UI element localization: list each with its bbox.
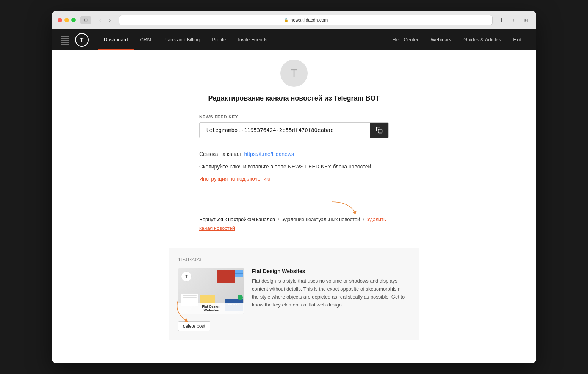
close-button[interactable] <box>58 18 62 22</box>
minimize-button[interactable] <box>64 18 69 22</box>
key-section: NEWS FEED KEY <box>199 115 389 138</box>
post-headline: Flat Design Websites <box>252 268 410 274</box>
thumb-red-box <box>217 270 235 283</box>
maximize-button[interactable] <box>71 18 76 22</box>
separator-1: / <box>278 217 279 222</box>
delete-arrow-svg <box>170 299 201 325</box>
nav-help-center[interactable]: Help Center <box>386 29 424 50</box>
sidebar-toggle[interactable]: ⊞ <box>80 16 91 24</box>
nav-dashboard[interactable]: Dashboard <box>98 29 134 50</box>
nav-invite-friends[interactable]: Invite Friends <box>232 29 274 50</box>
svg-rect-0 <box>378 129 382 133</box>
key-label: NEWS FEED KEY <box>199 115 389 119</box>
nav-profile[interactable]: Profile <box>206 29 232 50</box>
nav-webinars[interactable]: Webinars <box>425 29 458 50</box>
forward-button[interactable]: › <box>105 16 114 24</box>
nav-guides[interactable]: Guides & Articles <box>457 29 507 50</box>
key-input[interactable] <box>200 123 370 138</box>
delete-old-text: Удаление неактуальных новостей <box>282 217 360 222</box>
key-input-row <box>199 122 389 138</box>
nav-exit[interactable]: Exit <box>507 29 527 50</box>
new-tab-button[interactable]: ＋ <box>509 16 518 25</box>
post-card: 11-01-2023 T <box>169 248 419 340</box>
separator-2: / <box>363 217 364 222</box>
links-row: Вернуться к настройкам каналов / Удалени… <box>199 215 389 233</box>
post-content: T <box>178 268 410 314</box>
avatar-letter: T <box>291 67 297 79</box>
post-description: Flat design is a style that uses no volu… <box>252 277 410 309</box>
info-section: Ссылка на канал: https://t.me/tildanews … <box>199 150 389 191</box>
main-nav: T Dashboard CRM Plans and Billing Profil… <box>52 29 536 50</box>
back-button[interactable]: ‹ <box>95 16 105 24</box>
page-title: Редактирование канала новостей из Telegr… <box>208 94 380 102</box>
lock-icon: 🔒 <box>284 18 288 22</box>
nav-crm[interactable]: CRM <box>134 29 158 50</box>
channel-url-link[interactable]: https://t.me/tildanews <box>244 151 294 157</box>
channel-avatar: T <box>280 60 308 87</box>
main-content: T Редактирование канала новостей из Tele… <box>52 50 536 363</box>
nav-plans-billing[interactable]: Plans and Billing <box>157 29 206 50</box>
instruction-link[interactable]: Инструкция по подключению <box>199 176 271 182</box>
channel-link-line: Ссылка на канал: https://t.me/tildanews <box>199 150 389 158</box>
post-text-area: Flat Design Websites Flat design is a st… <box>252 268 410 309</box>
address-bar[interactable]: 🔒 news.tildacdn.com <box>119 15 493 25</box>
arrow-svg <box>328 200 366 215</box>
thumb-logo: T <box>181 271 192 282</box>
share-button[interactable]: ⬆ <box>497 16 506 25</box>
svg-marker-2 <box>184 318 188 322</box>
copy-button[interactable] <box>370 123 388 138</box>
post-date: 11-01-2023 <box>178 257 410 262</box>
app-logo[interactable]: T <box>75 33 89 47</box>
tabs-button[interactable]: ⊞ <box>521 16 530 25</box>
arrow-decoration <box>199 200 389 215</box>
thumb-grid <box>235 270 243 277</box>
back-to-channels-link[interactable]: Вернуться к настройкам каналов <box>199 217 275 222</box>
delete-btn-area: delete post <box>178 321 410 331</box>
url-text: news.tildacdn.com <box>291 17 328 23</box>
instruction-text: Скопируйте ключ и вставьте в поле NEWS F… <box>199 163 389 171</box>
